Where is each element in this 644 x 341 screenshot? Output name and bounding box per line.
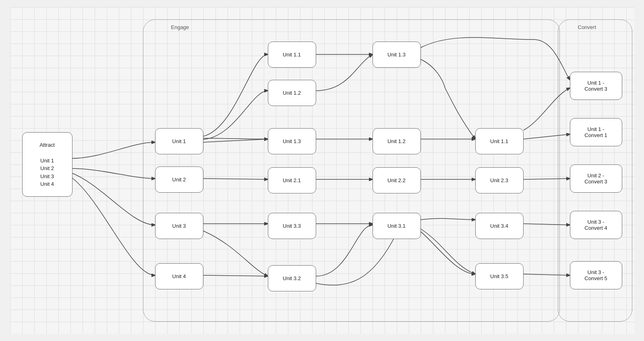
unit2-node[interactable]: Unit 2 — [155, 166, 203, 193]
unit3-2-node[interactable]: Unit 3.2 — [268, 265, 316, 291]
unit1-3-mid-node[interactable]: Unit 1.3 — [268, 128, 316, 154]
unit1-2-top-node[interactable]: Unit 1.2 — [268, 80, 316, 106]
unit1-3-top-node[interactable]: Unit 1.3 — [373, 42, 421, 68]
unit1-convert3-node[interactable]: Unit 1 - Convert 3 — [570, 72, 622, 100]
unit2-2-node[interactable]: Unit 2.2 — [373, 167, 421, 193]
unit2-1-node[interactable]: Unit 2.1 — [268, 167, 316, 193]
engage-label: Engage — [171, 24, 189, 30]
unit3-node[interactable]: Unit 3 — [155, 213, 203, 239]
unit2-convert3-node[interactable]: Unit 2 - Convert 3 — [570, 164, 622, 193]
unit1-1-top-node[interactable]: Unit 1.1 — [268, 42, 316, 68]
unit3-1-node[interactable]: Unit 3.1 — [373, 213, 421, 239]
unit3-5-node[interactable]: Unit 3.5 — [475, 263, 524, 289]
unit2-3-node[interactable]: Unit 2.3 — [475, 167, 524, 193]
attract-node[interactable]: Attract Unit 1 Unit 2 Unit 3 Unit 4 — [22, 132, 72, 197]
unit3-convert5-node[interactable]: Unit 3 - Convert 5 — [570, 261, 622, 289]
unit1-node[interactable]: Unit 1 — [155, 128, 203, 154]
unit4-node[interactable]: Unit 4 — [155, 263, 203, 289]
unit1-2-mid-node[interactable]: Unit 1.2 — [373, 128, 421, 154]
unit3-3-node[interactable]: Unit 3.3 — [268, 213, 316, 239]
convert-label: Convert — [578, 24, 596, 30]
unit3-convert4-node[interactable]: Unit 3 - Convert 4 — [570, 211, 622, 239]
unit3-4-node[interactable]: Unit 3.4 — [475, 213, 524, 239]
unit1-convert1-node[interactable]: Unit 1 - Convert 1 — [570, 118, 622, 146]
unit1-1-conv-node[interactable]: Unit 1.1 — [475, 128, 524, 154]
diagram-canvas: Engage Convert — [10, 7, 634, 334]
